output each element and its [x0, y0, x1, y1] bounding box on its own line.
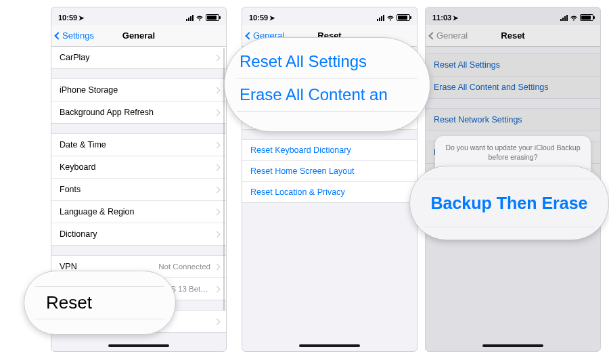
- settings-group: iPhone Storage Background App Refresh: [51, 78, 226, 124]
- row-carplay[interactable]: CarPlay: [51, 47, 226, 68]
- divider: [237, 78, 418, 78]
- row-detail: Not Connected: [158, 263, 210, 271]
- divider: [237, 111, 418, 112]
- status-time: 10:59➤: [58, 14, 84, 22]
- divider: [35, 319, 164, 319]
- status-bar: 10:59➤: [242, 7, 417, 25]
- reset-group: Reset Network Settings: [426, 108, 600, 131]
- row-reset-all-settings[interactable]: Reset All Settings: [426, 54, 600, 76]
- callout-erase-all-content: Reset All Settings Erase All Content an: [224, 37, 430, 132]
- chevron-right-icon: [214, 186, 221, 193]
- nav-bar: Settings General: [51, 25, 226, 47]
- home-indicator[interactable]: [299, 344, 360, 347]
- chevron-left-icon: [54, 32, 62, 39]
- chevron-right-icon: [214, 54, 221, 61]
- callout-backup-then-erase: Backup Then Erase: [409, 166, 609, 240]
- row-erase-all-content[interactable]: Erase All Content and Settings: [426, 76, 600, 98]
- battery-icon: [397, 14, 410, 21]
- chevron-right-icon: [214, 286, 221, 292]
- back-button[interactable]: Settings: [55, 25, 94, 46]
- row-reset-network[interactable]: Reset Network Settings: [426, 109, 600, 131]
- row-label: VPN: [60, 262, 77, 271]
- row-label: CarPlay: [60, 53, 89, 62]
- reset-group: Reset Keyboard Dictionary Reset Home Scr…: [242, 139, 417, 203]
- status-time: 10:59➤: [249, 14, 275, 22]
- row-label: Keyboard: [60, 162, 96, 172]
- row-dictionary[interactable]: Dictionary: [51, 223, 226, 245]
- location-icon: ➤: [269, 14, 275, 22]
- cellular-signal-icon: [186, 15, 194, 21]
- chevron-left-icon: [245, 32, 252, 39]
- callout-line-main: Erase All Content an: [225, 81, 430, 108]
- nav-title: General: [122, 30, 155, 41]
- chevron-right-icon: [214, 164, 221, 170]
- nav-bar: General Reset: [426, 25, 600, 47]
- home-indicator[interactable]: [108, 344, 169, 347]
- row-label: Reset Home Screen Layout: [250, 166, 355, 176]
- back-button[interactable]: General: [430, 25, 468, 46]
- battery-icon: [580, 14, 593, 21]
- chevron-right-icon: [214, 87, 221, 93]
- status-bar: 11:03➤: [426, 7, 600, 25]
- location-icon: ➤: [78, 14, 84, 22]
- wifi-icon: [570, 15, 578, 21]
- settings-group: CarPlay: [51, 47, 226, 69]
- row-label: Language & Region: [60, 207, 135, 217]
- chevron-right-icon: [214, 263, 221, 270]
- chevron-right-icon: [214, 318, 221, 325]
- callout-reset: Reset: [24, 271, 176, 335]
- chevron-left-icon: [428, 32, 436, 39]
- row-label: Reset Location & Privacy: [250, 187, 345, 197]
- callout-text: Reset: [41, 292, 175, 313]
- callout-text: Backup Then Erase: [410, 194, 608, 213]
- status-bar: 10:59➤: [51, 7, 226, 25]
- row-reset-home-screen[interactable]: Reset Home Screen Layout: [242, 161, 417, 182]
- row-label: Date & Time: [60, 140, 106, 150]
- settings-group: Date & Time Keyboard Fonts Language & Re…: [51, 133, 226, 246]
- row-reset-location-privacy[interactable]: Reset Location & Privacy: [242, 182, 417, 202]
- row-label: Reset Keyboard Dictionary: [250, 145, 351, 155]
- row-label: Reset Network Settings: [434, 115, 522, 124]
- row-label: Fonts: [60, 185, 81, 194]
- reset-group: Reset All Settings Erase All Content and…: [426, 53, 600, 99]
- wifi-icon: [196, 15, 204, 21]
- chevron-right-icon: [214, 109, 221, 116]
- battery-icon: [206, 14, 219, 21]
- cellular-signal-icon: [377, 15, 384, 21]
- row-label: Erase All Content and Settings: [434, 83, 549, 92]
- sheet-message: Do you want to update your iCloud Backup…: [435, 136, 591, 169]
- divider: [424, 179, 595, 179]
- home-indicator[interactable]: [482, 344, 543, 347]
- callout-line-top: Reset All Settings: [225, 48, 430, 75]
- location-icon: ➤: [453, 14, 458, 22]
- back-label: General: [436, 30, 468, 41]
- row-date-time[interactable]: Date & Time: [51, 134, 226, 156]
- row-reset-keyboard-dict[interactable]: Reset Keyboard Dictionary: [242, 140, 417, 161]
- back-label: Settings: [62, 30, 94, 41]
- row-language-region[interactable]: Language & Region: [51, 201, 226, 223]
- cellular-signal-icon: [560, 15, 568, 21]
- chevron-right-icon: [214, 208, 221, 215]
- row-label: Reset All Settings: [434, 60, 500, 70]
- wifi-icon: [386, 15, 394, 21]
- chevron-right-icon: [214, 231, 221, 237]
- divider: [424, 227, 595, 227]
- row-label: iPhone Storage: [60, 85, 118, 95]
- status-time: 11:03➤: [432, 14, 458, 22]
- row-label: Background App Refresh: [60, 108, 154, 117]
- chevron-right-icon: [214, 141, 221, 148]
- row-background-app-refresh[interactable]: Background App Refresh: [51, 101, 226, 123]
- nav-title: Reset: [501, 30, 524, 41]
- row-keyboard[interactable]: Keyboard: [51, 156, 226, 179]
- row-fonts[interactable]: Fonts: [51, 179, 226, 201]
- row-label: Dictionary: [60, 229, 97, 239]
- row-iphone-storage[interactable]: iPhone Storage: [51, 79, 226, 101]
- divider: [35, 286, 164, 287]
